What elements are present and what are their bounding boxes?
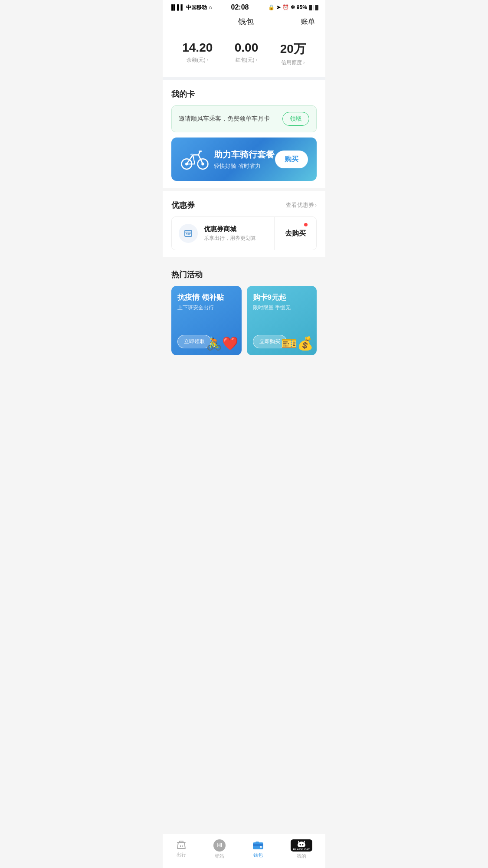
- hot-cards-container: 抗疫情 领补贴 上下班安全出行 立即领取 🚴❤️ 购卡9元起 限时限量 手慢无 …: [171, 286, 317, 355]
- lock-icon: 🔒: [268, 4, 275, 10]
- credit-label: 信用额度 ›: [280, 59, 306, 66]
- coupon-mall-card[interactable]: 优惠券商城 乐享出行，用券更划算 去购买: [171, 216, 317, 250]
- hot-card-1-image: 🚴❤️: [206, 336, 238, 351]
- coupon-buy-button[interactable]: 去购买: [275, 217, 316, 250]
- wifi-icon: ⌂: [209, 4, 212, 10]
- coupon-card-left: 优惠券商城 乐享出行，用券更划算: [172, 217, 274, 250]
- promo-green-button[interactable]: 领取: [282, 112, 309, 126]
- promo-green-text: 邀请顺风车乘客，免费领单车月卡: [179, 115, 270, 123]
- status-left: ▐▌▌▌ 中国移动 ⌂: [170, 4, 212, 11]
- my-card-header: 我的卡: [171, 89, 317, 99]
- notification-dot: [304, 223, 308, 226]
- bike-plan-left: 助力车骑行套餐 轻快好骑 省时省力: [180, 147, 275, 171]
- bike-plan-title: 助力车骑行套餐: [214, 149, 275, 160]
- chevron-right-icon: ›: [315, 202, 317, 208]
- carrier-label: 中国移动: [186, 4, 207, 11]
- credit-value: 20万: [280, 41, 306, 57]
- bike-plan-subtitle: 轻快好骑 省时省力: [214, 162, 275, 170]
- balance-section: 14.20 余额(元) › 0.00 红包(元) › 20万 信用额度 ›: [163, 34, 325, 77]
- balance-value: 14.20: [182, 41, 213, 55]
- coupon-mall-desc: 乐享出行，用券更划算: [204, 235, 256, 242]
- hot-card-2-title: 购卡9元起: [253, 293, 311, 302]
- hot-card-2-subtitle: 限时限量 手慢无: [253, 304, 311, 311]
- coupon-section: 优惠券 查看优惠券 › 优惠券商城: [163, 191, 325, 257]
- coupon-mall-info: 优惠券商城 乐享出行，用券更划算: [204, 225, 256, 242]
- promo-green-banner[interactable]: 邀请顺风车乘客，免费领单车月卡 领取: [171, 105, 317, 132]
- my-card-section: 我的卡 邀请顺风车乘客，免费领单车月卡 领取: [163, 80, 325, 188]
- bike-plan-banner[interactable]: 助力车骑行套餐 轻快好骑 省时省力 购买: [171, 138, 317, 181]
- location-icon: ➤: [276, 4, 281, 10]
- alarm-icon: ⏰: [282, 4, 289, 10]
- redpacket-label: 红包(元) ›: [235, 56, 259, 64]
- bike-icon: [180, 147, 210, 171]
- hot-card-1[interactable]: 抗疫情 领补贴 上下班安全出行 立即领取 🚴❤️: [171, 286, 242, 355]
- hot-activities-section: 热门活动 抗疫情 领补贴 上下班安全出行 立即领取 🚴❤️ 购卡9元起 限时限量…: [163, 261, 325, 360]
- battery-icon: ▐▌: [309, 5, 318, 10]
- hot-card-1-text: 抗疫情 领补贴 上下班安全出行: [177, 293, 236, 311]
- status-right: 🔒 ➤ ⏰ ✻ 95% ▐▌: [268, 4, 318, 10]
- hot-card-2[interactable]: 购卡9元起 限时限量 手慢无 立即购买 🎫💰: [247, 286, 317, 355]
- redpacket-value: 0.00: [235, 41, 259, 55]
- credit-item[interactable]: 20万 信用额度 ›: [280, 41, 306, 66]
- bike-plan-buy-button[interactable]: 购买: [275, 151, 308, 168]
- hot-card-2-text: 购卡9元起 限时限量 手慢无: [253, 293, 311, 311]
- section-divider: [163, 77, 325, 80]
- coupon-view-all-link[interactable]: 查看优惠券 ›: [286, 201, 317, 209]
- page-header: 钱包 账单: [163, 13, 325, 34]
- hot-card-2-image: 🎫💰: [281, 336, 313, 351]
- hot-activities-title: 热门活动: [171, 269, 317, 280]
- svg-point-6: [186, 233, 187, 235]
- redpacket-item[interactable]: 0.00 红包(元) ›: [235, 41, 259, 66]
- balance-amount-item[interactable]: 14.20 余额(元) ›: [182, 41, 213, 66]
- svg-rect-4: [190, 154, 193, 155]
- status-time: 02:08: [231, 3, 249, 11]
- hot-card-1-subtitle: 上下班安全出行: [177, 304, 236, 311]
- coupon-header: 优惠券 查看优惠券 ›: [171, 200, 317, 210]
- status-bar: ▐▌▌▌ 中国移动 ⌂ 02:08 🔒 ➤ ⏰ ✻ 95% ▐▌: [163, 0, 325, 13]
- coupon-title: 优惠券: [171, 200, 195, 210]
- my-card-title: 我的卡: [171, 89, 195, 99]
- bluetooth-icon: ✻: [291, 4, 295, 10]
- coupon-mall-icon: [179, 224, 198, 243]
- battery-label: 95%: [297, 4, 307, 10]
- page-title: 钱包: [190, 16, 301, 27]
- bike-plan-text: 助力车骑行套餐 轻快好骑 省时省力: [214, 149, 275, 170]
- hot-card-1-title: 抗疫情 领补贴: [177, 293, 236, 302]
- coupon-mall-name: 优惠券商城: [204, 225, 256, 233]
- account-link[interactable]: 账单: [301, 17, 315, 26]
- balance-label: 余额(元) ›: [182, 56, 213, 64]
- signal-icon: ▐▌▌▌: [170, 4, 184, 10]
